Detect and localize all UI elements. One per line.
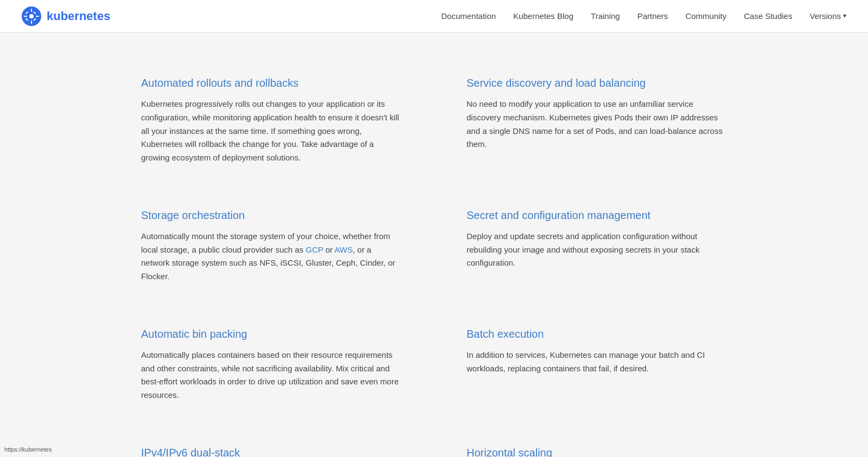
feature-title-horizontal-scaling: Horizontal scaling — [467, 446, 727, 457]
link-gcp[interactable]: GCP — [306, 245, 323, 254]
nav-link-documentation[interactable]: Documentation — [441, 11, 496, 21]
chevron-down-icon: ▾ — [843, 11, 846, 21]
feature-cell-horizontal-scaling: Horizontal scalingScale your application… — [434, 424, 738, 457]
feature-cell-secret-config: Secret and configuration managementDeplo… — [434, 186, 738, 305]
feature-cell-ipv4-ipv6: IPv4/IPv6 dual-stackAllocation of IPv4 a… — [130, 424, 434, 457]
status-bar: https://kubernetes — [0, 443, 56, 457]
nav-logo-text: kubernetes — [47, 7, 110, 25]
link-aws[interactable]: AWS — [335, 245, 353, 254]
feature-cell-automated-rollouts: Automated rollouts and rollbacksKubernet… — [130, 54, 434, 186]
nav-link-blog[interactable]: Kubernetes Blog — [513, 11, 573, 21]
feature-description-service-discovery: No need to modify your application to us… — [467, 98, 727, 151]
nav-link-community[interactable]: Community — [685, 11, 726, 21]
features-grid: Automated rollouts and rollbacksKubernet… — [130, 54, 738, 457]
svg-rect-4 — [24, 16, 27, 17]
nav-logo[interactable]: kubernetes — [22, 7, 110, 26]
feature-cell-service-discovery: Service discovery and load balancingNo n… — [434, 54, 738, 186]
svg-rect-5 — [36, 16, 39, 17]
feature-title-secret-config: Secret and configuration management — [467, 208, 727, 222]
feature-cell-batch-execution: Batch executionIn addition to services, … — [434, 305, 738, 424]
feature-description-batch-execution: In addition to services, Kubernetes can … — [467, 349, 727, 376]
feature-title-storage-orchestration: Storage orchestration — [141, 208, 401, 222]
feature-description-automated-rollouts: Kubernetes progressively rolls out chang… — [141, 98, 401, 165]
svg-point-1 — [29, 14, 34, 18]
feature-description-secret-config: Deploy and update secrets and applicatio… — [467, 230, 727, 270]
feature-title-automatic-bin-packing: Automatic bin packing — [141, 327, 401, 341]
feature-description-storage-orchestration: Automatically mount the storage system o… — [141, 230, 401, 284]
nav-versions-dropdown[interactable]: Versions ▾ — [809, 10, 846, 23]
feature-title-ipv4-ipv6: IPv4/IPv6 dual-stack — [141, 446, 401, 457]
nav-link-partners[interactable]: Partners — [637, 11, 668, 21]
svg-rect-3 — [31, 21, 32, 24]
svg-rect-2 — [31, 9, 32, 12]
feature-title-batch-execution: Batch execution — [467, 327, 727, 341]
nav-link-case-studies[interactable]: Case Studies — [744, 11, 792, 21]
feature-cell-automatic-bin-packing: Automatic bin packingAutomatically place… — [130, 305, 434, 424]
kubernetes-logo-icon — [22, 7, 41, 26]
nav-link-training[interactable]: Training — [591, 11, 620, 21]
feature-title-service-discovery: Service discovery and load balancing — [467, 76, 727, 90]
feature-description-automatic-bin-packing: Automatically places containers based on… — [141, 349, 401, 402]
nav-links: Documentation Kubernetes Blog Training P… — [441, 9, 846, 23]
feature-title-automated-rollouts: Automated rollouts and rollbacks — [141, 76, 401, 90]
navigation: kubernetes Documentation Kubernetes Blog… — [0, 0, 868, 33]
feature-cell-storage-orchestration: Storage orchestrationAutomatically mount… — [130, 186, 434, 305]
main-content: Automated rollouts and rollbacksKubernet… — [108, 33, 760, 457]
